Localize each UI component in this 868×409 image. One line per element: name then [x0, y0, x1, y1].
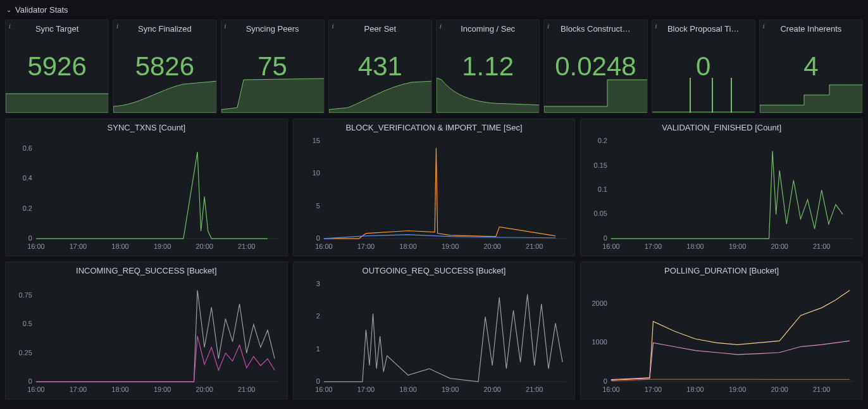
svg-text:17:00: 17:00: [645, 386, 662, 393]
svg-text:2000: 2000: [592, 299, 607, 307]
stat-title: Blocks Construct…: [544, 20, 647, 35]
svg-text:17:00: 17:00: [70, 386, 87, 393]
svg-text:21:00: 21:00: [813, 386, 830, 393]
svg-text:0.1: 0.1: [598, 186, 607, 193]
chart-title: OUTGOING_REQ_SUCCESS [Bucket]: [294, 262, 575, 277]
svg-text:0.75: 0.75: [19, 291, 32, 299]
stat-panel-sync-finalized[interactable]: i Sync Finalized 5826: [113, 20, 216, 113]
svg-text:0.4: 0.4: [23, 174, 32, 182]
svg-text:10: 10: [312, 169, 319, 177]
svg-text:0.2: 0.2: [23, 204, 32, 212]
svg-text:5: 5: [316, 202, 319, 210]
chart-title: VALIDATION_FINISHED [Count]: [581, 119, 862, 134]
svg-text:16:00: 16:00: [27, 242, 44, 250]
svg-text:19:00: 19:00: [442, 386, 459, 393]
svg-text:17:00: 17:00: [357, 242, 374, 250]
svg-text:15: 15: [312, 137, 319, 144]
svg-text:1: 1: [316, 345, 319, 353]
chart-panel-incoming-req[interactable]: INCOMING_REQ_SUCCESS [Bucket] 00.250.50.…: [5, 261, 288, 400]
svg-text:16:00: 16:00: [602, 242, 619, 250]
chart-panel-sync-txns[interactable]: SYNC_TXNS [Count] 00.20.40.616:0017:0018…: [5, 118, 288, 256]
stat-panel-syncing-peers[interactable]: i Syncing Peers 75: [221, 20, 325, 113]
chart-panel-block-verif[interactable]: BLOCK_VERIFICATION & IMPORT_TIME [Sec] 0…: [293, 118, 576, 256]
stat-value: 5826: [135, 51, 194, 82]
svg-text:17:00: 17:00: [645, 242, 662, 250]
svg-text:18:00: 18:00: [399, 242, 416, 250]
svg-text:0: 0: [28, 234, 32, 242]
svg-text:16:00: 16:00: [602, 386, 619, 393]
svg-text:16:00: 16:00: [27, 386, 44, 393]
svg-text:0: 0: [316, 234, 319, 242]
stat-row: i Sync Target 5926 i Sync Finalized 5826…: [3, 20, 865, 118]
stat-value: 4: [803, 51, 818, 82]
svg-text:0.2: 0.2: [598, 137, 607, 144]
stat-value: 0: [696, 51, 710, 82]
svg-text:0: 0: [604, 234, 607, 242]
info-icon[interactable]: i: [655, 23, 662, 30]
info-icon[interactable]: i: [332, 23, 339, 30]
stat-title: Sync Target: [6, 20, 108, 35]
svg-text:18:00: 18:00: [111, 386, 128, 393]
chevron-down-icon: ⌄: [6, 6, 11, 13]
chart-plot: 01000200016:0017:0018:0019:0020:0021:00: [586, 280, 857, 395]
svg-text:0.05: 0.05: [594, 210, 607, 217]
chart-row: SYNC_TXNS [Count] 00.20.40.616:0017:0018…: [3, 118, 865, 261]
svg-text:17:00: 17:00: [70, 242, 87, 250]
stat-value: 0.0248: [555, 51, 636, 82]
svg-text:21:00: 21:00: [238, 242, 255, 250]
stat-title: Block Proposal Ti…: [652, 20, 755, 35]
stat-panel-create-inherents[interactable]: i Create Inherents 4: [759, 20, 863, 113]
stat-title: Sync Finalized: [113, 20, 216, 35]
chart-plot: 00.20.40.616:0017:0018:0019:0020:0021:00: [11, 137, 282, 252]
svg-text:0.15: 0.15: [594, 161, 607, 169]
chart-title: INCOMING_REQ_SUCCESS [Bucket]: [6, 262, 287, 277]
svg-text:20:00: 20:00: [771, 386, 788, 393]
chart-panel-outgoing-req[interactable]: OUTGOING_REQ_SUCCESS [Bucket] 012316:001…: [293, 261, 576, 400]
chart-panel-valid-finished[interactable]: VALIDATION_FINISHED [Count] 00.050.10.15…: [580, 118, 863, 256]
svg-text:0.25: 0.25: [19, 349, 32, 356]
stat-panel-incoming-sec[interactable]: i Incoming / Sec 1.12: [436, 20, 540, 113]
stat-panel-blocks-constructed[interactable]: i Blocks Construct… 0.0248: [543, 20, 647, 113]
section-header[interactable]: ⌄ Validator Stats: [3, 3, 865, 20]
stat-value: 75: [257, 51, 287, 82]
svg-text:0.5: 0.5: [23, 320, 32, 327]
chart-plot: 00.250.50.7516:0017:0018:0019:0020:0021:…: [11, 280, 282, 395]
stat-title: Incoming / Sec: [437, 20, 539, 35]
svg-text:19:00: 19:00: [154, 242, 171, 250]
stat-title: Syncing Peers: [221, 20, 324, 35]
svg-text:17:00: 17:00: [357, 386, 374, 393]
svg-text:2: 2: [316, 312, 319, 320]
svg-text:0: 0: [28, 377, 32, 385]
info-icon[interactable]: i: [547, 23, 554, 30]
svg-text:18:00: 18:00: [687, 386, 704, 393]
svg-text:18:00: 18:00: [111, 242, 128, 250]
svg-text:21:00: 21:00: [238, 386, 255, 393]
svg-text:19:00: 19:00: [729, 242, 746, 250]
stat-title: Peer Set: [329, 20, 431, 35]
stat-panel-peer-set[interactable]: i Peer Set 431: [328, 20, 432, 113]
stat-title: Create Inherents: [760, 20, 862, 35]
svg-text:0.6: 0.6: [23, 144, 32, 152]
info-icon[interactable]: i: [225, 23, 232, 30]
chart-title: BLOCK_VERIFICATION & IMPORT_TIME [Sec]: [294, 119, 575, 134]
stat-panel-block-proposal[interactable]: i Block Proposal Ti… 0: [652, 20, 755, 113]
info-icon[interactable]: i: [9, 23, 16, 30]
chart-panel-polling-dur[interactable]: POLLING_DURATION [Bucket] 01000200016:00…: [580, 261, 863, 400]
svg-text:20:00: 20:00: [195, 386, 213, 393]
chart-plot: 05101516:0017:0018:0019:0020:0021:00: [299, 137, 570, 252]
info-icon[interactable]: i: [440, 23, 447, 30]
svg-text:19:00: 19:00: [442, 242, 459, 250]
stat-value: 5926: [27, 51, 86, 82]
svg-text:0: 0: [316, 377, 319, 385]
chart-row: INCOMING_REQ_SUCCESS [Bucket] 00.250.50.…: [3, 261, 865, 405]
svg-text:20:00: 20:00: [483, 386, 500, 393]
svg-text:16:00: 16:00: [315, 242, 332, 250]
stat-panel-sync-target[interactable]: i Sync Target 5926: [5, 20, 109, 113]
info-icon[interactable]: i: [763, 23, 770, 30]
svg-text:18:00: 18:00: [687, 242, 704, 250]
info-icon[interactable]: i: [116, 23, 123, 30]
chart-title: POLLING_DURATION [Bucket]: [581, 262, 862, 277]
svg-text:16:00: 16:00: [315, 386, 332, 393]
svg-text:0: 0: [604, 377, 607, 385]
svg-text:1000: 1000: [592, 338, 607, 346]
